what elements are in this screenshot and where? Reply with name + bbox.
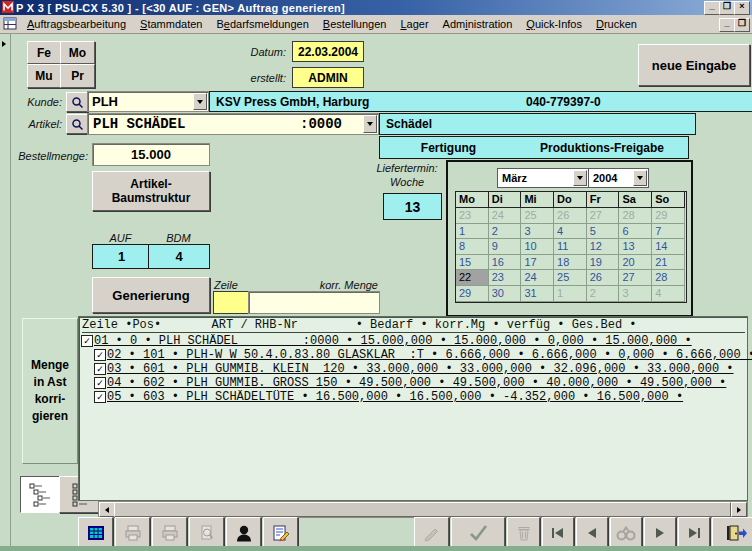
calendar-day[interactable]: 23: [489, 270, 522, 286]
table-row[interactable]: ✓03 • 601 • PLH GUMMIB. KLEIN 120 • 33.0…: [81, 362, 747, 376]
type-pr-button[interactable]: Pr: [60, 64, 95, 88]
nav-last-button[interactable]: [678, 517, 710, 548]
bestellmenge-input[interactable]: 15.000: [92, 143, 210, 166]
artikel-search-button[interactable]: [66, 114, 88, 134]
calendar-day[interactable]: 7: [652, 224, 685, 240]
calendar-day[interactable]: 1: [554, 286, 587, 302]
year-combo[interactable]: 2004: [588, 168, 649, 188]
calendar-day[interactable]: 18: [554, 255, 587, 271]
scroll-right-button[interactable]: [731, 502, 747, 517]
print-fast-button[interactable]: [115, 517, 150, 548]
calendar-day[interactable]: 9: [489, 239, 522, 255]
calendar-day[interactable]: 3: [521, 224, 554, 240]
calendar-day[interactable]: 12: [587, 239, 620, 255]
kunde-combo[interactable]: PLH: [87, 91, 209, 112]
delete-button[interactable]: [507, 517, 540, 548]
calendar-day[interactable]: 14: [652, 239, 685, 255]
calendar-day[interactable]: 10: [521, 239, 554, 255]
grid-view-button[interactable]: [78, 517, 113, 548]
calendar-day[interactable]: 20: [619, 255, 652, 271]
restore-button[interactable]: ❐: [719, 1, 735, 15]
neue-eingabe-button[interactable]: neue Eingabe: [638, 44, 750, 86]
nav-first-button[interactable]: [542, 517, 574, 548]
menu-item-bestellungen[interactable]: Bestellungen: [316, 16, 394, 32]
menu-item-bedarfsmeldungen[interactable]: Bedarfsmeldungen: [209, 16, 315, 32]
menu-item-auftragsbearbeitung[interactable]: Auftragsbearbeitung: [20, 16, 133, 32]
scrollbar-thumb[interactable]: [114, 502, 731, 517]
child-restore-button[interactable]: ❐: [734, 18, 750, 32]
calendar-day[interactable]: 26: [554, 208, 587, 224]
table-row[interactable]: ✓05 • 603 • PLH SCHÄDELTÜTE • 16.500,000…: [81, 390, 747, 404]
menu-item-drucken[interactable]: Drucken: [589, 16, 644, 32]
nav-prev-button[interactable]: [576, 517, 608, 548]
tree-view-toggle-button[interactable]: [20, 476, 60, 513]
artikel-baumstruktur-button[interactable]: Artikel- Baumstruktur: [92, 171, 210, 211]
menu-item-quick-infos[interactable]: Quick-Infos: [519, 16, 589, 32]
calendar-day[interactable]: 1: [456, 224, 489, 240]
korr-menge-input[interactable]: [248, 291, 380, 314]
calendar-day[interactable]: 28: [652, 270, 685, 286]
calendar-day[interactable]: 8: [456, 239, 489, 255]
chevron-down-icon[interactable]: [193, 93, 207, 110]
calendar-day[interactable]: 29: [456, 286, 489, 302]
month-combo[interactable]: März: [497, 168, 589, 188]
type-mo-button[interactable]: Mo: [60, 41, 95, 64]
print-button[interactable]: [152, 517, 187, 548]
edit-document-button[interactable]: [263, 517, 298, 548]
row-checkbox[interactable]: ✓: [94, 349, 106, 361]
horizontal-scrollbar[interactable]: [98, 501, 748, 518]
exit-button[interactable]: [712, 517, 752, 548]
calendar-day[interactable]: 25: [554, 270, 587, 286]
scroll-left-button[interactable]: [99, 502, 115, 517]
calendar-day[interactable]: 21: [652, 255, 685, 271]
calendar-day[interactable]: 2: [489, 224, 522, 240]
child-minimize-button[interactable]: _: [719, 18, 735, 32]
row-checkbox[interactable]: ✓: [94, 391, 106, 403]
calendar-day[interactable]: 4: [652, 286, 685, 302]
calendar-day[interactable]: 25: [521, 208, 554, 224]
calendar-day[interactable]: 24: [489, 208, 522, 224]
calendar-day[interactable]: 29: [652, 208, 685, 224]
type-mu-button[interactable]: Mu: [27, 64, 61, 88]
search-button[interactable]: [610, 517, 642, 548]
chevron-down-icon[interactable]: [573, 170, 587, 186]
table-row[interactable]: ✓01 • 0 • PLH SCHÄDEL :0000 • 15.000,000…: [81, 334, 747, 348]
calendar-day[interactable]: 13: [619, 239, 652, 255]
calendar-day[interactable]: 28: [619, 208, 652, 224]
calendar-day[interactable]: 6: [619, 224, 652, 240]
minimize-button[interactable]: _: [704, 1, 720, 15]
calendar-day[interactable]: 31: [521, 286, 554, 302]
chevron-down-icon[interactable]: [363, 115, 377, 133]
row-checkbox[interactable]: ✓: [94, 363, 106, 375]
calendar-day[interactable]: 5: [587, 224, 620, 240]
calendar-day[interactable]: 16: [489, 255, 522, 271]
calendar-day[interactable]: 2: [587, 286, 620, 302]
calendar-day[interactable]: 17: [521, 255, 554, 271]
calendar-day[interactable]: 23: [456, 208, 489, 224]
row-checkbox[interactable]: ✓: [81, 335, 93, 347]
print-preview-button[interactable]: [189, 517, 224, 548]
kunde-search-button[interactable]: [66, 92, 88, 112]
table-row[interactable]: ✓04 • 602 • PLH GUMMIB. GROSS 150 • 49.5…: [81, 376, 747, 390]
confirm-button[interactable]: [451, 517, 505, 548]
nav-next-button[interactable]: [644, 517, 676, 548]
user-info-button[interactable]: [226, 517, 261, 548]
menu-item-stammdaten[interactable]: Stammdaten: [133, 16, 209, 32]
calendar-day[interactable]: 24: [521, 270, 554, 286]
row-checkbox[interactable]: ✓: [94, 377, 106, 389]
generierung-button[interactable]: Generierung: [92, 277, 210, 313]
calendar-day[interactable]: 15: [456, 255, 489, 271]
calendar-day[interactable]: 3: [619, 286, 652, 302]
edit-pen-button[interactable]: [414, 517, 449, 548]
chevron-down-icon[interactable]: [633, 170, 647, 186]
menu-item-lager[interactable]: Lager: [393, 16, 435, 32]
table-row[interactable]: ✓02 • 101 • PLH-W W 50.4.0.83.80 GLASKLA…: [81, 348, 747, 362]
calendar-day[interactable]: 27: [619, 270, 652, 286]
close-button[interactable]: ×: [734, 1, 750, 15]
calendar-day[interactable]: 30: [489, 286, 522, 302]
menu-item-administration[interactable]: Administration: [436, 16, 520, 32]
calendar-day[interactable]: 26: [587, 270, 620, 286]
calendar-day[interactable]: 19: [587, 255, 620, 271]
calendar-day[interactable]: 27: [587, 208, 620, 224]
type-fe-button[interactable]: Fe: [27, 41, 61, 64]
